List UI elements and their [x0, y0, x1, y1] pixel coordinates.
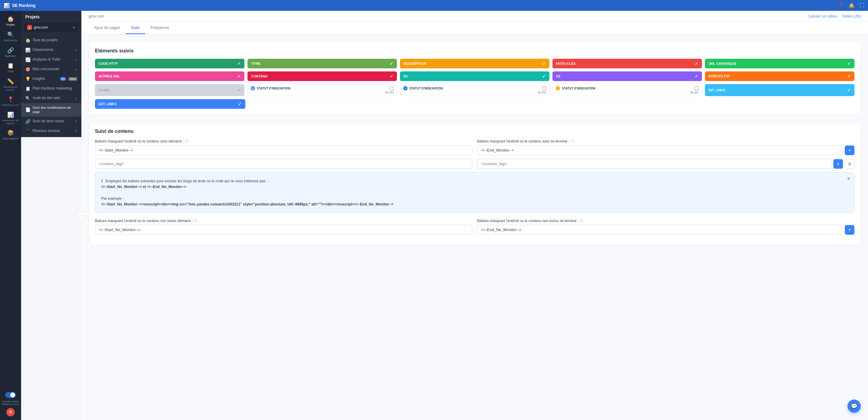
nav-section: 🏠 Tous les projets 📊 Classements ∨ 📈 Ana…	[21, 36, 82, 137]
input-start-monitor[interactable]	[95, 145, 472, 155]
sidebar-item-marketing-local[interactable]: 📍 Marketing Local	[0, 94, 21, 109]
bell-icon[interactable]: 🔔	[849, 3, 855, 8]
form-group-exclude-start: Balises marquant l'endroit où le contenu…	[95, 219, 472, 235]
badge-robots-txt[interactable]: ROBOTS.TXT ✓	[705, 71, 855, 81]
badge-titre[interactable]: TITRE ✓	[247, 59, 397, 68]
tab-ajout-pages[interactable]: Ajout de pages	[89, 22, 126, 34]
search-icon: 🔍	[7, 31, 14, 38]
sidebar-item-assembleur[interactable]: 📊 Assembleur de rapports	[0, 109, 21, 127]
indexation-b-cost: $0.005	[403, 91, 546, 94]
input-custom-end[interactable]	[477, 159, 832, 169]
nav-item-plan-actions[interactable]: 📋 Plan d'actions marketing	[21, 84, 82, 93]
nav-item-concurrents[interactable]: 🎯 Mes concurrents ∨	[21, 64, 82, 74]
elements-row-2: AUTRES URL ✓ CONTENU ✓ H1 ✓ H2 ✓	[95, 71, 855, 81]
collapse-nav-button[interactable]: ‹	[78, 212, 85, 219]
badge-h2[interactable]: H2 ✓	[553, 71, 702, 81]
sidebar-item-recherche[interactable]: 🔍 Recherche	[0, 29, 21, 44]
sidebar-item-audit[interactable]: 📋 Audit	[0, 60, 21, 76]
input-end-monitor[interactable]	[477, 145, 843, 155]
input-custom-start[interactable]	[95, 159, 472, 169]
badge-code-http[interactable]: CODE HTTP ✓	[95, 59, 244, 68]
indexation-b-checkbox[interactable]	[542, 87, 546, 90]
info-icon: ℹ	[101, 179, 103, 183]
nav-item-tous-projets[interactable]: 🏠 Tous les projets	[21, 36, 82, 45]
badge-h1[interactable]: H1 ✓	[400, 71, 550, 81]
delete-custom-button[interactable]: 🗑	[845, 159, 855, 169]
ui-toggle[interactable]	[5, 392, 16, 398]
nav-label-insights: Insights	[33, 76, 58, 82]
input-exclude-start[interactable]	[95, 225, 472, 235]
social-icon: 📱	[25, 129, 30, 133]
badge-crawl[interactable]: CRAWL ✓	[95, 84, 244, 96]
nav-label-reseaux: Réseaux sociaux	[33, 129, 73, 133]
feedback-button[interactable]: Laisser un retour	[808, 14, 838, 19]
check-icon-h1: ✓	[542, 74, 546, 78]
info-box-close-button[interactable]: ✕	[847, 176, 850, 181]
label-start-text: Balises marquant l'endroit où le contenu…	[95, 139, 184, 143]
badge-indexation-g[interactable]: G STATUT D'INDEXATION $0.005	[247, 84, 397, 96]
nav-panel-title: Projets	[21, 11, 82, 22]
check-icon-autres-url: ✓	[237, 74, 241, 78]
badge-autres-url[interactable]: AUTRES URL ✓	[95, 71, 244, 81]
nav-item-insights[interactable]: 💡 Insights 90 Beta	[21, 74, 82, 84]
sidebar-label-backlinks: Backlinks	[5, 55, 16, 58]
header-actions: Laisser un retour Notes (29)	[808, 14, 861, 19]
nav-item-classements[interactable]: 📊 Classements ∨	[21, 45, 82, 55]
nav-item-suivi-liens[interactable]: 🔗 Suivi de liens retour ∨	[21, 117, 82, 126]
badge-code-http-label: CODE HTTP	[98, 62, 118, 65]
nav-item-analyses[interactable]: 📈 Analyses & Trafic ∨	[21, 55, 82, 64]
add-exclude-button[interactable]: +	[845, 225, 855, 235]
insights-icon: 💡	[25, 76, 30, 82]
trending-icon: 📈	[25, 57, 30, 62]
label-end-text: Balises marquant l'endroit où le contenu…	[477, 139, 569, 143]
expand-icon[interactable]: ⛶	[860, 3, 864, 8]
suivi-contenu-title: Suivi de contenu	[95, 129, 855, 134]
nav-item-audit-site[interactable]: 🔍 Audit de site web ∨	[21, 93, 82, 103]
info-box: ✕ ℹ Employez les balises suivantes pour …	[95, 172, 855, 213]
elements-suivis-title: Eléments suivis	[95, 48, 855, 54]
tab-frequence[interactable]: Fréquence	[145, 22, 175, 34]
badge-ext-links[interactable]: EXT. LINKS ✓	[95, 99, 245, 109]
indexation-g-checkbox[interactable]	[390, 87, 394, 90]
project-selector[interactable]: g gmv.com ▼	[24, 23, 79, 32]
sidebar-item-marketing-contenu[interactable]: ✏️ Marketing de contenu	[0, 76, 21, 94]
content-scroll: Eléments suivis CODE HTTP ✓ TITRE ✓ DESC…	[82, 34, 868, 420]
indexation-y-checkbox[interactable]	[695, 87, 699, 90]
badge-contenu[interactable]: CONTENU ✓	[247, 71, 397, 81]
notes-button[interactable]: Notes (29)	[842, 14, 861, 19]
badge-autres-url-label: AUTRES URL	[98, 74, 120, 78]
nav-item-suivi-modifications[interactable]: 📄 Suivi des modifications de page	[21, 103, 82, 117]
sidebar-item-pack[interactable]: 📦 Pack agence	[0, 127, 21, 143]
sidebar-item-projets[interactable]: 🏠 Projets	[0, 13, 21, 29]
chat-button[interactable]: 💬	[847, 399, 861, 413]
badge-indexation-y[interactable]: Y STATUT D'INDEXATION $0.005	[553, 84, 702, 96]
badge-description[interactable]: DESCRIPTION ✓	[400, 59, 550, 68]
help-icon[interactable]: ❓	[838, 3, 844, 8]
badge-url-canonique[interactable]: URL CANONIQUE ✓	[705, 59, 855, 68]
badge-h1-label: H1	[404, 74, 408, 78]
badge-url-canonique-label: URL CANONIQUE	[709, 62, 737, 65]
check-icon-mots-cles: ✓	[695, 61, 698, 66]
badge-mots-cles[interactable]: MOTS-CLES ✓	[553, 59, 702, 68]
add-custom-button[interactable]: +	[833, 159, 843, 169]
info-text-1: Employez les balises suivantes pour excl…	[105, 179, 267, 183]
badge-description-label: DESCRIPTION	[404, 62, 426, 65]
badge-indexation-b[interactable]: b STATUT D'INDEXATION $0.005	[400, 84, 550, 96]
sidebar-item-backlinks[interactable]: 🔗 Backlinks	[0, 44, 21, 60]
form-group-start: Balises marquant l'endroit où le contenu…	[95, 139, 472, 155]
edit-icon: ✏️	[7, 78, 14, 85]
project-name: gmv.com	[34, 25, 70, 30]
nav-item-reseaux[interactable]: 📱 Réseaux sociaux ∨	[21, 126, 82, 136]
info-box-content: ℹ Employez les balises suivantes pour ex…	[101, 177, 848, 207]
badge-int-links[interactable]: INT. LINKS ✓	[705, 84, 855, 96]
project-logo: g	[27, 25, 32, 30]
form-group-end: Balises marquant l'endroit où le contenu…	[477, 139, 855, 155]
tab-suivi[interactable]: Suivi	[126, 22, 145, 34]
yandex-icon: Y	[556, 86, 560, 90]
add-end-button[interactable]: +	[845, 146, 855, 155]
link-icon: 🔗	[7, 47, 14, 54]
check-icon-description: ✓	[542, 61, 546, 66]
sidebar-label-audit: Audit	[7, 70, 14, 73]
user-avatar[interactable]: D	[6, 408, 15, 416]
input-exclude-end[interactable]	[477, 225, 843, 235]
